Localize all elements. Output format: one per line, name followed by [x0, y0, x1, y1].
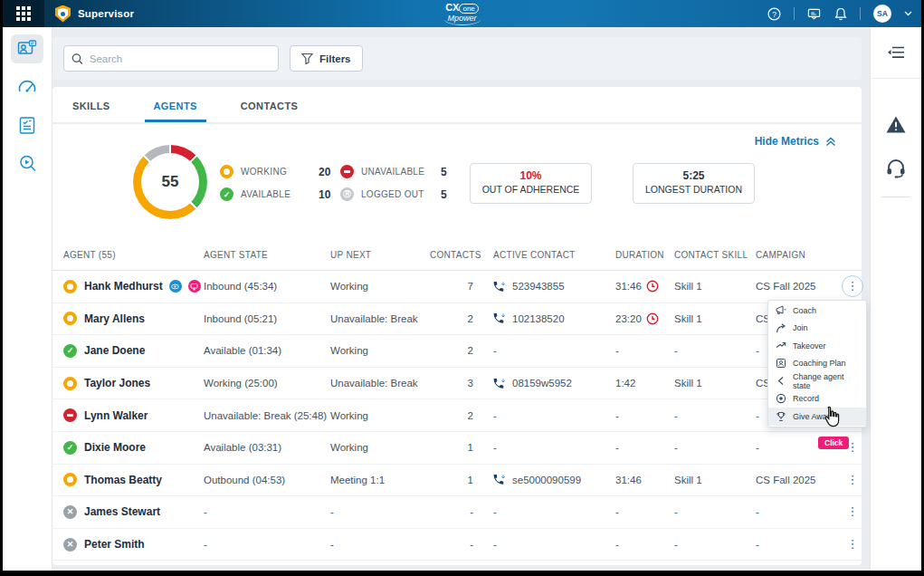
active-contact-id: 102138520 — [512, 313, 565, 324]
search-input[interactable] — [90, 53, 271, 64]
row-actions-cell: ⋮ — [842, 501, 863, 523]
takeover-arrow-icon — [776, 341, 786, 350]
agents-table: AGENT (55)AGENT STATEUP NEXTCONTACTSACTI… — [52, 240, 862, 561]
app-launcher-button[interactable] — [3, 0, 44, 27]
agent-name: Peter Smith — [84, 538, 145, 551]
duration-cell: - — [615, 345, 674, 356]
nav-dashboard[interactable] — [11, 72, 43, 101]
agent-name-cell: Taylor Jones — [63, 377, 204, 390]
agent-table-row[interactable]: Mary AllensInbound (05:21)Unavailable: B… — [52, 303, 862, 336]
active-contact-id: se5000090599 — [512, 475, 581, 485]
up-next-cell: Working — [330, 345, 430, 356]
duration-value: - — [615, 410, 619, 421]
row-kebab-menu-button[interactable]: ⋮ — [842, 501, 863, 523]
up-next-cell: Working — [330, 442, 430, 453]
tab-skills[interactable]: SKILLS — [63, 101, 119, 122]
contact-skill-cell: Skill 1 — [674, 378, 756, 389]
column-header[interactable]: AGENT STATE — [204, 250, 330, 260]
agent-state-working-icon — [63, 377, 77, 390]
agent-name: James Stewart — [84, 505, 160, 518]
legend-working: WORKING 20 — [220, 160, 330, 183]
agent-state-cell: - — [204, 506, 330, 517]
left-navigation-rail — [3, 27, 52, 571]
nav-reports[interactable] — [11, 110, 43, 139]
long-duration-clock-icon — [646, 280, 659, 293]
trophy-icon — [776, 411, 786, 422]
menu-item-give-award[interactable]: Give Award — [768, 408, 866, 426]
agent-state-working-icon — [63, 280, 77, 293]
menu-item-coaching-plan[interactable]: Coaching Plan — [768, 355, 866, 373]
chevron-down-icon[interactable] — [904, 11, 912, 16]
contacts-cell: 1 — [430, 442, 493, 453]
active-contact-cell: - — [493, 442, 615, 453]
agent-table-row[interactable]: ✓Dixie MooreAvailable (03:31)Working1---… — [52, 432, 862, 465]
column-header[interactable]: UP NEXT — [330, 250, 430, 260]
contacts-cell: 1 — [430, 475, 493, 485]
user-avatar[interactable]: SA — [873, 5, 891, 23]
active-contact-id: - — [493, 442, 497, 453]
help-icon[interactable]: ? — [767, 7, 781, 21]
column-header[interactable]: DURATION — [615, 250, 674, 260]
coaching-plan-icon — [776, 358, 786, 369]
notifications-bell-icon[interactable] — [834, 7, 847, 21]
separator — [860, 7, 861, 20]
tab-contacts[interactable]: CONTACTS — [232, 101, 308, 122]
column-header[interactable]: ACTIVE CONTACT — [493, 250, 615, 260]
menu-item-coach[interactable]: Coach — [768, 302, 866, 320]
agent-state-loggedout-icon: ✕ — [63, 538, 77, 552]
megaphone-icon — [776, 305, 786, 315]
row-kebab-menu-button[interactable]: ⋮ — [842, 275, 863, 297]
agent-state-cell: Unavailable: Break (25:48) — [204, 410, 330, 421]
presentation-icon[interactable] — [807, 7, 821, 21]
row-actions-cell: ⋮ — [842, 275, 863, 297]
view-tabs: SKILLS AGENTS CONTACTS — [52, 87, 862, 122]
up-next-cell: Unavailable: Break — [330, 378, 430, 389]
agent-state-cell: Available (01:34) — [204, 345, 330, 356]
column-header[interactable]: AGENT (55) — [63, 250, 204, 260]
agent-table-row[interactable]: Lynn WalkerUnavailable: Break (25:48)Wor… — [52, 399, 862, 432]
row-kebab-menu-button[interactable]: ⋮ — [842, 533, 863, 555]
duration-value: 31:46 — [615, 475, 642, 485]
agent-table-row[interactable]: Hank MedhurstInbound (45:34)Working75239… — [52, 271, 862, 303]
headset-support-icon[interactable] — [871, 146, 921, 189]
menu-item-takeover[interactable]: Takeover — [768, 337, 866, 355]
alerts-warning-icon[interactable] — [871, 102, 921, 146]
menu-item-join[interactable]: Join — [768, 320, 866, 338]
agent-table-row[interactable]: ✕James Stewart-------⋮ — [52, 496, 862, 529]
column-header[interactable]: CONTACTS — [430, 250, 493, 260]
active-contact-cell: - — [493, 410, 615, 421]
nav-interaction-search[interactable] — [11, 149, 43, 178]
contacts-cell: 2 — [430, 410, 493, 421]
duration-value: - — [615, 442, 619, 453]
agent-state-cell: - — [204, 539, 330, 550]
nav-agents-monitoring[interactable] — [11, 34, 43, 63]
tab-agents[interactable]: AGENTS — [145, 101, 206, 122]
filters-button[interactable]: Filters — [290, 45, 363, 72]
agent-state-unavailable-icon — [63, 408, 77, 422]
collapse-panel-icon[interactable] — [887, 31, 905, 74]
agent-name-cell: ✓Dixie Moore — [63, 441, 204, 455]
duration-value: 23:20 — [615, 313, 642, 324]
row-kebab-menu-button[interactable]: ⋮ — [842, 469, 863, 491]
product-label: Supervisor — [78, 8, 134, 19]
column-header[interactable]: CONTACT SKILL — [674, 250, 756, 260]
contacts-cell: - — [430, 506, 493, 517]
agent-table-row[interactable]: Taylor JonesWorking (25:00)Unavailable: … — [52, 368, 862, 400]
divider — [881, 197, 910, 197]
inbound-phone-icon — [493, 281, 508, 293]
agent-name: Taylor Jones — [84, 377, 150, 389]
filter-funnel-icon — [301, 53, 313, 64]
menu-item-change-agent-state[interactable]: Change agent state — [768, 372, 866, 390]
agent-table-row[interactable]: ✓Jane DoeneAvailable (01:34)Working2----… — [52, 335, 862, 368]
active-contact-cell: 08159w5952 — [493, 378, 615, 389]
campaign-cell: - — [756, 539, 842, 550]
agent-name-cell: ✓Jane Doene — [63, 344, 204, 358]
agent-table-row[interactable]: ✕Peter Smith-------⋮ — [52, 529, 862, 562]
agent-actions-context-menu: Coach Join Takeover Coaching Plan Change… — [767, 300, 867, 427]
hide-metrics-link[interactable]: Hide Metrics — [755, 135, 836, 148]
agent-table-row[interactable]: Thomas BeattyOutbound (04:53)Meeting 1:1… — [52, 465, 862, 497]
active-contact-id: - — [493, 539, 497, 550]
column-header[interactable]: CAMPAIGN — [756, 250, 842, 260]
search-input-wrapper[interactable] — [63, 45, 279, 72]
menu-item-record[interactable]: Record — [768, 390, 866, 408]
